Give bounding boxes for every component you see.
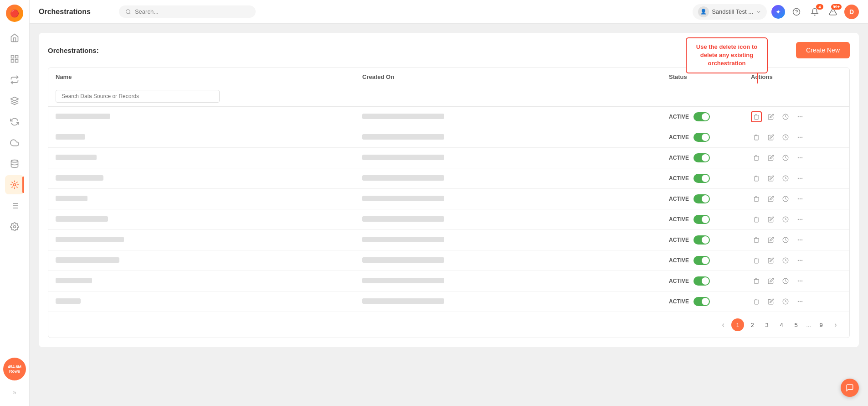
sidebar-item-sync[interactable] [5, 112, 24, 131]
more-icon[interactable] [795, 296, 806, 307]
edit-icon[interactable] [765, 234, 776, 245]
row-created [362, 236, 669, 244]
edit-icon[interactable] [765, 296, 776, 307]
history-icon[interactable] [780, 296, 791, 307]
active-toggle[interactable] [693, 133, 710, 142]
active-toggle[interactable] [693, 215, 710, 224]
delete-icon[interactable] [751, 234, 762, 245]
history-icon[interactable] [780, 214, 791, 225]
edit-icon[interactable] [765, 193, 776, 204]
page-button-1[interactable]: 1 [731, 318, 744, 331]
page-button-5[interactable]: 5 [790, 318, 802, 331]
history-icon[interactable] [780, 255, 791, 266]
row-created [362, 297, 669, 306]
sidebar-item-layers[interactable] [5, 91, 24, 110]
delete-icon[interactable] [751, 276, 762, 286]
search-bar[interactable] [119, 5, 256, 18]
edit-icon[interactable] [765, 111, 776, 122]
sidebar-item-settings[interactable] [5, 217, 24, 236]
active-toggle[interactable] [693, 276, 710, 286]
sidebar-item-connections[interactable] [5, 70, 24, 89]
prev-page-button[interactable]: ‹ [717, 318, 729, 331]
more-icon[interactable] [795, 152, 806, 163]
history-icon[interactable] [780, 234, 791, 245]
sidebar-item-dashboard[interactable] [5, 49, 24, 68]
row-name [56, 297, 362, 306]
more-icon[interactable] [795, 173, 806, 184]
tooltip-text: Use the delete icon to delete any existi… [696, 43, 757, 67]
sidebar-item-cloud[interactable] [5, 133, 24, 152]
help-button[interactable] [790, 5, 803, 19]
delete-icon[interactable] [751, 214, 762, 225]
edit-icon[interactable] [765, 173, 776, 184]
more-icon[interactable] [795, 214, 806, 225]
delete-icon[interactable] [751, 132, 762, 143]
active-toggle[interactable] [693, 256, 710, 265]
more-icon[interactable] [795, 255, 806, 266]
account-selector[interactable]: 👤 Sandstill Test ... [693, 4, 767, 20]
chat-button[interactable] [841, 379, 859, 397]
search-input[interactable] [135, 8, 249, 15]
active-toggle[interactable] [693, 297, 710, 306]
more-icon[interactable] [795, 111, 806, 122]
table-search-input[interactable] [56, 90, 220, 103]
delete-icon[interactable] [751, 173, 762, 184]
notifications-button[interactable]: 4 [808, 5, 822, 19]
edit-icon[interactable] [765, 132, 776, 143]
row-name [56, 215, 362, 224]
delete-icon[interactable] [751, 296, 762, 307]
more-icon[interactable] [795, 193, 806, 204]
expand-sidebar-button[interactable]: » [8, 386, 21, 399]
history-icon[interactable] [780, 173, 791, 184]
sidebar-item-orchestration[interactable] [5, 175, 24, 194]
edit-icon[interactable] [765, 255, 776, 266]
status-badge: ACTIVE [669, 134, 689, 141]
edit-icon[interactable] [765, 214, 776, 225]
row-status-cell: ACTIVE [669, 256, 751, 265]
sidebar-item-home[interactable] [5, 28, 24, 47]
active-toggle[interactable] [693, 174, 710, 183]
active-toggle[interactable] [693, 235, 710, 245]
delete-icon[interactable] [751, 193, 762, 204]
active-toggle[interactable] [693, 153, 710, 162]
svg-point-42 [802, 219, 802, 219]
notification-badge: 4 [816, 4, 823, 10]
table-row: ACTIVE [48, 209, 849, 230]
row-actions [751, 152, 842, 163]
history-icon[interactable] [780, 152, 791, 163]
active-toggle[interactable] [693, 194, 710, 203]
app-logo[interactable]: 🔴 [6, 5, 23, 22]
alerts-button[interactable]: 99+ [826, 5, 840, 19]
page-button-4[interactable]: 4 [775, 318, 788, 331]
sidebar-item-database[interactable] [5, 154, 24, 173]
history-icon[interactable] [780, 276, 791, 286]
delete-icon[interactable] [751, 111, 762, 122]
svg-point-59 [798, 301, 798, 302]
edit-icon[interactable] [765, 276, 776, 286]
rows-indicator: 454.6M Rows [3, 358, 26, 380]
edit-icon[interactable] [765, 152, 776, 163]
ai-button[interactable]: ✦ [771, 5, 785, 19]
more-icon[interactable] [795, 234, 806, 245]
history-icon[interactable] [780, 132, 791, 143]
more-icon[interactable] [795, 132, 806, 143]
more-icon[interactable] [795, 276, 806, 286]
page-button-2[interactable]: 2 [746, 318, 759, 331]
row-name [56, 133, 362, 141]
page-button-9[interactable]: 9 [815, 318, 827, 331]
row-status-cell: ACTIVE [669, 133, 751, 142]
user-avatar[interactable]: D [844, 5, 859, 19]
svg-point-26 [802, 137, 802, 137]
history-icon[interactable] [780, 111, 791, 122]
delete-icon[interactable] [751, 152, 762, 163]
delete-icon[interactable] [751, 255, 762, 266]
page-button-3[interactable]: 3 [760, 318, 773, 331]
create-new-button[interactable]: Create New [796, 42, 850, 58]
active-toggle[interactable] [693, 112, 710, 121]
history-icon[interactable] [780, 193, 791, 204]
svg-point-13 [14, 226, 16, 228]
table-row: ACTIVE [48, 271, 849, 291]
sidebar-item-query[interactable] [5, 196, 24, 215]
svg-point-34 [802, 178, 802, 178]
next-page-button[interactable]: › [829, 318, 842, 331]
